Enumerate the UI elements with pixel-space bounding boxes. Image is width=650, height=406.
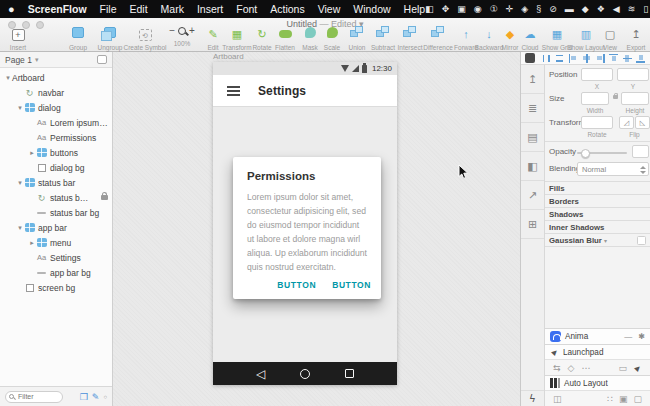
artboard-title[interactable]: Artboard xyxy=(213,52,244,61)
link-icon[interactable]: ⇆ xyxy=(553,363,561,373)
section-inner-shadows[interactable]: Inner Shadows xyxy=(545,220,650,233)
layer-row-app-bar-bg[interactable]: app bar bg xyxy=(0,265,112,280)
layer-row-app-bar[interactable]: ▾ app bar xyxy=(0,220,112,235)
menu-item-font[interactable]: Font xyxy=(236,3,257,15)
droplet-icon[interactable]: ◆ xyxy=(582,0,589,18)
camera-icon[interactable]: ▣ xyxy=(457,0,466,18)
zoom-out-button[interactable]: − xyxy=(169,24,175,38)
volume-icon[interactable]: ◀ xyxy=(613,0,620,18)
chevron-down-icon[interactable]: ▾ xyxy=(4,74,12,82)
gaussian-blur-checkbox[interactable] xyxy=(637,236,646,245)
menu-item-screenflow[interactable]: ScreenFlow xyxy=(28,3,87,15)
opacity-slider-knob[interactable] xyxy=(581,149,590,158)
size-lock-icon[interactable] xyxy=(613,95,618,99)
layer-row-status-bar[interactable]: ▾ status bar xyxy=(0,175,112,190)
artboard-android-screen[interactable]: 12:30 Settings Permissions Lorem ipsum d… xyxy=(213,62,397,385)
flatten-icon[interactable]: ≣ xyxy=(521,94,544,123)
align-top-icon[interactable] xyxy=(609,54,618,63)
export-icon[interactable]: ↥ xyxy=(521,65,544,94)
keyboard-icon[interactable]: ❖ xyxy=(597,0,605,18)
layer-row-artboard[interactable]: ▾ Artboard xyxy=(0,70,112,85)
lightning-icon[interactable]: ϟ xyxy=(521,390,544,406)
menu-item-actions[interactable]: Actions xyxy=(270,3,304,15)
chevron-right-icon[interactable]: ▸ xyxy=(28,149,36,157)
apple-menu-icon[interactable]: ● xyxy=(8,3,15,15)
flip-horizontal-button[interactable]: ◿ xyxy=(619,116,634,129)
device-small-icon[interactable]: ▢ xyxy=(633,394,642,404)
layer-row-status-b[interactable]: ↻ status b… xyxy=(0,190,112,205)
width-input[interactable] xyxy=(581,92,609,105)
layer-row-dialog[interactable]: ▾ dialog xyxy=(0,100,112,115)
grid-settings-icon[interactable]: ▤ xyxy=(521,123,544,152)
layer-row-menu[interactable]: ▸ menu xyxy=(0,235,112,250)
section-shadows[interactable]: Shadows xyxy=(545,207,650,220)
record-icon[interactable]: ◉ xyxy=(474,0,482,18)
grid-dots-icon[interactable]: ∷ xyxy=(607,394,613,404)
menu-item-file[interactable]: File xyxy=(100,3,117,15)
height-input[interactable] xyxy=(621,92,649,105)
browser-icon[interactable]: ▭ xyxy=(619,363,628,373)
shape-icon[interactable]: ◇ xyxy=(568,363,575,373)
scale-tool-icon[interactable]: ↗ xyxy=(521,181,544,210)
screenflow-status-icon[interactable]: ✥ xyxy=(442,0,450,18)
section-borders[interactable]: Borders xyxy=(545,194,650,207)
align-right-icon[interactable] xyxy=(596,54,605,63)
rotate-input[interactable] xyxy=(581,116,613,129)
pencil-icon[interactable]: ✎ xyxy=(92,392,100,402)
chevron-right-icon[interactable]: ▸ xyxy=(28,239,36,247)
position-y-input[interactable] xyxy=(617,68,649,81)
anima-panel-header[interactable]: Anima — ✱ xyxy=(545,328,650,344)
menu-item-mark[interactable]: Mark xyxy=(161,3,184,15)
nav-recents-icon[interactable] xyxy=(345,369,354,378)
chevron-down-icon[interactable]: ▾ xyxy=(16,179,24,187)
menu-item-window[interactable]: Window xyxy=(353,3,390,15)
info-icon[interactable]: ① xyxy=(490,0,498,18)
blending-select[interactable]: Normal xyxy=(577,162,649,176)
page-selector[interactable]: Page 1 ▾ xyxy=(0,52,112,68)
auto-layout-panel-header[interactable]: Auto Layout xyxy=(545,375,650,390)
diamond-icon[interactable]: ◈ xyxy=(521,0,528,18)
layer-row-buttons[interactable]: ▸ buttons xyxy=(0,145,112,160)
chevron-down-icon[interactable]: ▾ xyxy=(16,224,24,232)
menu-item-view[interactable]: View xyxy=(318,3,341,15)
position-x-input[interactable] xyxy=(581,68,613,81)
rocket-small-icon[interactable]: ► xyxy=(631,361,644,374)
minimize-panel-icon[interactable]: — xyxy=(624,332,632,341)
toolbar-insert[interactable]: + Insert xyxy=(0,24,46,51)
align-center-horizontal-icon[interactable] xyxy=(582,54,591,63)
launchpad-panel-header[interactable]: ► Launchpad xyxy=(545,344,650,359)
move-icon[interactable]: ✛ xyxy=(506,0,514,18)
design-canvas[interactable]: Artboard 12:30 Settings Permissions Lore… xyxy=(113,52,520,406)
align-bottom-icon[interactable] xyxy=(636,54,645,63)
layer-row-dialog-bg[interactable]: dialog bg xyxy=(0,160,112,175)
dialog-button-negative[interactable]: BUTTON xyxy=(277,280,316,290)
layer-row-status-bar-bg[interactable]: status bar bg xyxy=(0,205,112,220)
dialog-button-positive[interactable]: BUTTON xyxy=(332,280,371,290)
section-icon[interactable]: § xyxy=(536,0,541,18)
align-middle-icon[interactable] xyxy=(623,54,632,63)
section-fills[interactable]: Fills xyxy=(545,181,650,194)
layer-row-navbar[interactable]: ↻ navbar xyxy=(0,85,112,100)
image-tool-icon[interactable]: ⊞ xyxy=(521,210,544,239)
add-page-icon[interactable] xyxy=(97,55,107,64)
toolbar-export[interactable]: ↥ Export xyxy=(608,24,650,51)
layer-row-lorem-ipsum[interactable]: Aa Lorem ipsum… xyxy=(0,115,112,130)
distribute-vertical-icon[interactable] xyxy=(555,54,564,63)
hamburger-menu-icon[interactable] xyxy=(227,86,240,88)
layer-row-permissions[interactable]: Aa Permissions xyxy=(0,130,112,145)
menu-item-insert[interactable]: Insert xyxy=(197,3,223,15)
gear-icon[interactable]: ✱ xyxy=(638,332,645,341)
nav-back-icon[interactable]: ◁ xyxy=(256,368,265,380)
more-icon[interactable]: ⋯ xyxy=(581,363,590,373)
device-large-icon[interactable]: ▣ xyxy=(619,394,628,404)
layer-row-settings[interactable]: Aa Settings xyxy=(0,250,112,265)
battery-icon[interactable]: ▯ xyxy=(643,0,648,18)
wifi-icon[interactable]: ≋ xyxy=(628,0,636,18)
menu-item-edit[interactable]: Edit xyxy=(130,3,148,15)
layer-row-screen-bg[interactable]: screen bg xyxy=(0,280,112,295)
artboard-tool-icon[interactable]: ◧ xyxy=(521,152,544,181)
nav-home-icon[interactable] xyxy=(300,369,310,379)
menu-item-help[interactable]: Help xyxy=(404,3,426,15)
section-gaussian-blur[interactable]: Gaussian Blur ▾ xyxy=(545,233,650,246)
dnd-icon[interactable]: ⊘ xyxy=(549,0,557,18)
